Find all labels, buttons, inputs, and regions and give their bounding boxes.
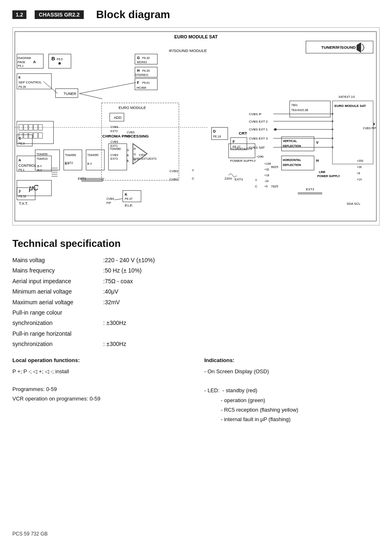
local-ops-right: Indications: - On Screen Display (OSD) -… bbox=[204, 357, 380, 429]
svg-point-80 bbox=[274, 128, 276, 130]
spec-value-7 bbox=[103, 329, 380, 338]
svg-text:TUNER: TUNER bbox=[64, 92, 76, 96]
svg-text:G: G bbox=[127, 149, 129, 152]
svg-text:VERTICAL: VERTICAL bbox=[283, 140, 297, 142]
spec-label-8: synchronization bbox=[12, 339, 103, 348]
svg-rect-40 bbox=[24, 133, 28, 138]
svg-text:POWER SUPPLY: POWER SUPPLY bbox=[230, 159, 256, 163]
svg-text:R: R bbox=[127, 154, 129, 157]
svg-text:+18: +18 bbox=[264, 174, 269, 177]
svg-rect-42 bbox=[33, 133, 38, 138]
svg-text:+8: +8 bbox=[357, 172, 360, 175]
spec-label-4: Maximum aerial voltage bbox=[12, 298, 103, 307]
programmes-line: Programmes: 0-59 bbox=[12, 384, 188, 394]
svg-text:C: C bbox=[255, 185, 257, 188]
svg-marker-88 bbox=[373, 123, 375, 126]
svg-text:+148: +148 bbox=[264, 162, 271, 165]
svg-text:ADD: ADD bbox=[114, 116, 122, 120]
tech-spec-section: Technical specification Mains voltag :22… bbox=[12, 238, 380, 429]
svg-text:D: D bbox=[213, 129, 216, 133]
svg-text:CONTROL: CONTROL bbox=[19, 164, 36, 168]
svg-text:B-Y: B-Y bbox=[65, 162, 70, 165]
svg-text:C: C bbox=[19, 136, 21, 140]
svg-text:7801: 7801 bbox=[291, 104, 298, 107]
svg-text:B: B bbox=[52, 56, 55, 62]
spec-label-0: Mains voltag bbox=[12, 256, 103, 265]
svg-point-14 bbox=[59, 62, 61, 65]
svg-text:P6.5: P6.5 bbox=[57, 58, 63, 61]
svg-text:TDA4650: TDA4650 bbox=[36, 153, 48, 156]
svg-text:V: V bbox=[316, 140, 319, 145]
svg-text:-16: -16 bbox=[264, 180, 269, 182]
svg-text:SDA  SCL: SDA SCL bbox=[347, 202, 361, 206]
page-title: Block diagram bbox=[96, 8, 170, 21]
svg-text:TDA4680: TDA4680 bbox=[110, 147, 121, 150]
svg-text:TEA 6415-2B: TEA 6415-2B bbox=[291, 109, 308, 111]
tech-spec-title: Technical specification bbox=[12, 238, 380, 249]
svg-text:H: H bbox=[137, 69, 139, 73]
svg-text:TDA4510: TDA4510 bbox=[36, 157, 48, 160]
svg-text:PE.9: PE.9 bbox=[19, 142, 25, 145]
svg-text:CVBS EXT 2: CVBS EXT 2 bbox=[249, 120, 267, 123]
svg-text:P6.1: P6.1 bbox=[18, 64, 24, 67]
svg-text:B: B bbox=[127, 159, 129, 162]
spec-label-2: Aerial input impedance bbox=[12, 277, 103, 286]
spec-label-5: Pull-in range colour bbox=[12, 308, 103, 317]
svg-text:F: F bbox=[137, 81, 139, 85]
svg-text:CVBS: CVBS bbox=[111, 140, 118, 143]
svg-text:PAGE: PAGE bbox=[18, 61, 26, 64]
svg-marker-86 bbox=[332, 146, 334, 149]
svg-text:PE.52: PE.52 bbox=[19, 195, 26, 198]
svg-text:POWER SUPPLY: POWER SUPPLY bbox=[317, 175, 340, 178]
svg-text:DIAGRAM: DIAGRAM bbox=[18, 57, 31, 59]
spec-value-0: :220 - 240 V (±10%) bbox=[103, 256, 380, 265]
svg-text:H: H bbox=[316, 159, 319, 163]
svg-text:SEP CONTROL: SEP CONTROL bbox=[19, 81, 42, 84]
svg-text:TUNER/IF/SOUND: TUNER/IF/SOUND bbox=[321, 45, 356, 50]
vcr-line: VCR operation on programmes: 0-59 bbox=[12, 394, 188, 403]
svg-text:P6.61: P6.61 bbox=[142, 81, 150, 84]
footer-code: PCS 59 732 GB bbox=[12, 531, 47, 537]
svg-text:PIP: PIP bbox=[106, 201, 111, 204]
svg-text:CVBS: CVBS bbox=[170, 169, 178, 173]
svg-text:220V: 220V bbox=[224, 177, 232, 180]
svg-text:LINE: LINE bbox=[319, 171, 326, 173]
svg-text:Y/CVBS: Y/CVBS bbox=[230, 147, 241, 150]
svg-text:CVBS: CVBS bbox=[106, 197, 114, 200]
spec-label-7: Pull-in range horizontal bbox=[12, 329, 103, 338]
svg-text:B: B bbox=[134, 158, 136, 161]
local-ops-text: P +; P -; ◁ +; ◁ -; install bbox=[12, 367, 188, 376]
svg-marker-4 bbox=[357, 43, 361, 52]
svg-rect-43 bbox=[38, 133, 43, 138]
svg-text:EURO MODULE: EURO MODULE bbox=[119, 106, 146, 110]
svg-text:G: G bbox=[137, 56, 140, 60]
spec-label-6: synchronization bbox=[12, 318, 103, 327]
svg-text:PE.16: PE.16 bbox=[213, 135, 221, 138]
svg-text:STEREO: STEREO bbox=[135, 73, 148, 77]
svg-text:A: A bbox=[33, 60, 36, 64]
svg-text:CRT: CRT bbox=[139, 153, 146, 157]
indication-1: - LED: - standby (red) bbox=[204, 386, 380, 395]
svg-text:+26: +26 bbox=[357, 166, 362, 168]
svg-text:CVBS EXT 1: CVBS EXT 1 bbox=[249, 128, 267, 131]
svg-rect-126 bbox=[64, 150, 82, 170]
svg-text:CVBS: CVBS bbox=[111, 126, 118, 128]
spec-label-3: Minimum aerial voltage bbox=[12, 287, 103, 296]
svg-text:CVBS PIP: CVBS PIP bbox=[363, 127, 376, 130]
svg-text:+14: +14 bbox=[357, 178, 362, 181]
svg-text:HORIZONTAL: HORIZONTAL bbox=[283, 159, 301, 161]
svg-text:PE.47: PE.47 bbox=[125, 197, 132, 200]
svg-text:EXT3: EXT3 bbox=[111, 157, 118, 160]
svg-rect-41 bbox=[28, 133, 33, 138]
indications-heading: Indications: bbox=[204, 357, 380, 363]
svg-line-93 bbox=[79, 83, 136, 94]
spec-value-3: :40μV bbox=[103, 287, 380, 296]
svg-text:EURO MODULE SAT: EURO MODULE SAT bbox=[174, 34, 218, 39]
local-ops-left: Local operation functions: P +; P -; ◁ +… bbox=[12, 357, 188, 429]
indication-2: - operation (green) bbox=[221, 396, 380, 405]
svg-text:T.X.T.: T.X.T. bbox=[19, 201, 28, 206]
svg-text:P6.26: P6.26 bbox=[19, 85, 26, 88]
svg-text:CVBS EXT 3: CVBS EXT 3 bbox=[249, 137, 268, 140]
page-header: 1.2 CHASSIS GR2.2 Block diagram bbox=[12, 8, 380, 21]
spec-value-2: :75Ω - coax bbox=[103, 277, 380, 286]
